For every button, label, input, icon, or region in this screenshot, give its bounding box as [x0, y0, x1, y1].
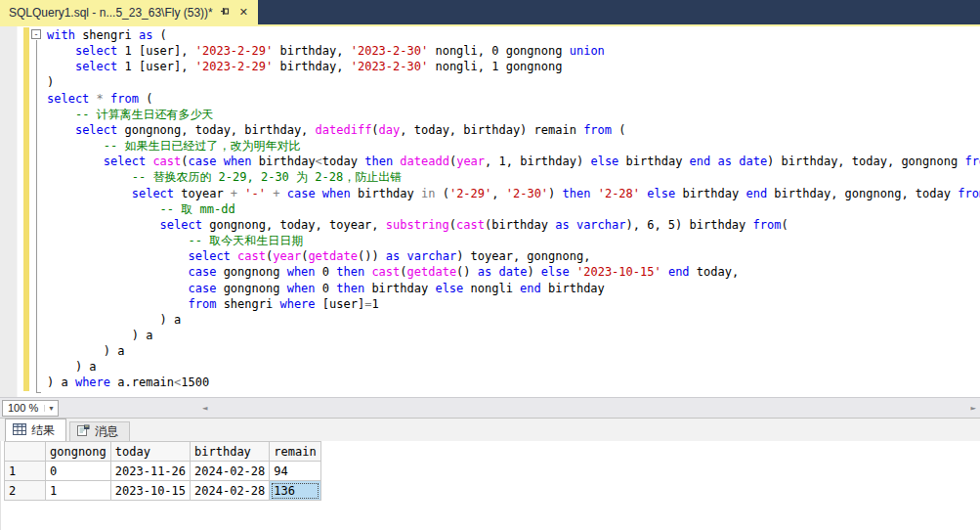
tab-results[interactable]: 结果: [5, 419, 66, 441]
token-plain: 1 [user],: [117, 44, 194, 58]
token-kw: where: [75, 375, 110, 389]
column-header[interactable]: birthday: [191, 442, 270, 462]
code-line[interactable]: case gongnong when 0 then cast(getdate()…: [47, 264, 980, 280]
results-tab-bar: 结果 消息: [0, 418, 980, 441]
token-kw: as: [718, 155, 732, 168]
tab-messages[interactable]: 消息: [69, 421, 130, 441]
code-line[interactable]: -- 如果生日已经过了，改为明年对比: [47, 138, 980, 154]
scroll-left-icon[interactable]: ◄: [202, 403, 207, 414]
token-kw: end: [746, 187, 767, 200]
token-kw: case: [287, 187, 316, 200]
token-fn: getdate: [308, 249, 358, 263]
grid-cell[interactable]: 0: [46, 462, 111, 481]
results-grid[interactable]: gongnongtodaybirthdayremain 102023-11-26…: [4, 441, 321, 501]
token-str: '2023-2-29': [195, 44, 273, 58]
token-str: '2-29': [449, 187, 491, 200]
token-plain: birthday: [252, 155, 316, 168]
token-plain: [216, 155, 223, 168]
token-plain: (birthday: [485, 218, 555, 232]
token-kw: end: [690, 155, 711, 168]
grid-cell[interactable]: 2024-02-28: [191, 481, 270, 501]
token-plain: [47, 313, 160, 327]
code-line[interactable]: -- 替换农历的 2-29, 2-30 为 2-28，防止出错: [47, 169, 980, 185]
column-header[interactable]: today: [110, 442, 190, 462]
token-plain: [47, 265, 189, 279]
code-line[interactable]: case gongnong when 0 then birthday else …: [47, 281, 980, 296]
token-str: '2023-10-15': [576, 265, 661, 279]
code-line[interactable]: select gongnong, today, toyear, substrin…: [47, 217, 980, 233]
grid-body: 102023-11-262024-02-2894212023-10-152024…: [5, 462, 321, 501]
document-tab[interactable]: SQLQuery1.sql - n...5_23_63\Fly (53))* ✕: [0, 0, 258, 24]
code-line[interactable]: select gongnong, today, birthday, datedi…: [47, 122, 980, 138]
token-plain: [47, 329, 132, 342]
code-line[interactable]: select cast(year(getdate()) as varchar) …: [47, 248, 980, 264]
token-kw: date: [498, 265, 527, 279]
code-line[interactable]: select * from (: [47, 91, 980, 107]
scroll-right-icon[interactable]: ►: [971, 403, 976, 414]
token-plain: nongli, 1 gongnong: [428, 60, 562, 73]
token-cmt: -- 替换农历的 2-29, 2-30 为 2-28，防止出错: [132, 170, 403, 184]
token-plain: birthday,: [273, 60, 350, 73]
code-line[interactable]: select cast(case when birthday<today the…: [47, 154, 980, 169]
token-plain: birthday: [364, 282, 435, 295]
token-plain: (: [371, 123, 378, 137]
token-plain: [279, 187, 286, 200]
token-kw: from: [583, 123, 612, 137]
token-plain: [47, 218, 160, 232]
code-line[interactable]: ) a: [47, 328, 980, 343]
selected-cell[interactable]: 136: [270, 481, 320, 501]
token-kw: select: [104, 155, 146, 168]
document-tab-strip: SQLQuery1.sql - n...5_23_63\Fly (53))* ✕: [0, 0, 980, 24]
code-line[interactable]: select 1 [user], '2023-2-29' birthday, '…: [47, 43, 980, 59]
code-line[interactable]: ) a: [47, 312, 980, 328]
token-plain: [47, 44, 75, 58]
token-plain: birthday: [675, 187, 746, 200]
column-header[interactable]: [5, 442, 46, 462]
code-line[interactable]: ) a: [47, 343, 980, 359]
code-line[interactable]: -- 取今天和生日日期: [47, 233, 980, 248]
grid-cell[interactable]: 2023-11-26: [110, 462, 190, 481]
code-area[interactable]: with shengri as ( select 1 [user], '2023…: [47, 27, 980, 391]
grid-cell[interactable]: 94: [270, 462, 320, 481]
token-op: <: [316, 155, 322, 168]
column-header[interactable]: gongnong: [46, 442, 111, 462]
zoom-dropdown[interactable]: 100 % ▼: [2, 400, 59, 417]
grid-cell[interactable]: 2023-10-15: [110, 481, 190, 501]
code-line[interactable]: ): [47, 74, 980, 90]
token-plain: [user]: [316, 297, 365, 311]
token-kw: union: [570, 44, 605, 58]
code-line[interactable]: with shengri as (: [47, 27, 980, 43]
token-kw: then: [364, 155, 393, 168]
code-line[interactable]: ) a: [47, 359, 980, 375]
token-fn: cast: [456, 218, 485, 232]
token-str: '2023-2-29': [195, 60, 273, 73]
code-line[interactable]: ) a where a.remain<1500: [47, 375, 980, 390]
grid-cell[interactable]: 1: [46, 481, 111, 501]
token-kw: date: [739, 155, 767, 168]
code-line[interactable]: -- 计算离生日还有多少天: [47, 107, 980, 122]
token-plain: shengri: [75, 28, 139, 42]
grid-cell[interactable]: 2024-02-28: [191, 462, 270, 481]
row-header[interactable]: 2: [5, 481, 46, 501]
sql-editor[interactable]: - with shengri as ( select 1 [user], '20…: [0, 26, 980, 397]
token-plain: ()): [358, 249, 386, 263]
fold-toggle-icon[interactable]: -: [31, 29, 41, 39]
token-fn: year: [456, 155, 485, 168]
code-line[interactable]: select toyear + '-' + case when birthday…: [47, 186, 980, 201]
token-plain: [47, 187, 132, 200]
row-header[interactable]: 1: [5, 462, 46, 481]
column-header[interactable]: remain: [270, 442, 320, 462]
token-op: in: [421, 187, 435, 200]
close-icon[interactable]: ✕: [237, 7, 250, 18]
token-plain: gongnong: [216, 282, 286, 295]
token-plain: , 1, birthday): [485, 155, 590, 168]
token-str: '2023-2-30': [351, 60, 428, 73]
change-tracking-bar: [23, 27, 29, 391]
code-line[interactable]: select 1 [user], '2023-2-29' birthday, '…: [47, 59, 980, 74]
tab-messages-label: 消息: [95, 423, 118, 440]
token-plain: (: [612, 123, 625, 137]
code-line[interactable]: -- 取 mm-dd: [47, 201, 980, 217]
pin-icon[interactable]: [220, 7, 231, 18]
chevron-down-icon[interactable]: ▼: [44, 405, 58, 412]
code-line[interactable]: from shengri where [user]=1: [47, 296, 980, 312]
